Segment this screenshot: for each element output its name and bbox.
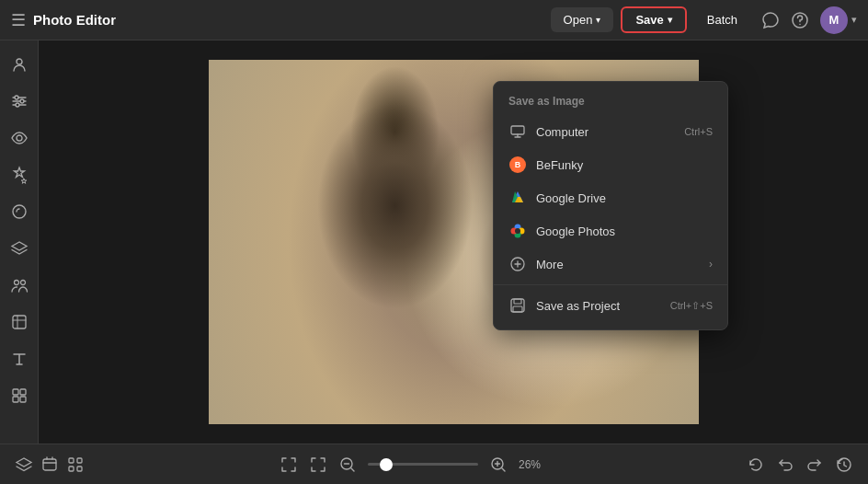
svg-point-7: [20, 99, 24, 103]
undo-button[interactable]: [776, 455, 794, 474]
bottom-center-tools: 26%: [92, 455, 739, 474]
svg-point-8: [16, 103, 19, 107]
layers-tool-button[interactable]: [15, 455, 33, 474]
svg-rect-33: [77, 458, 82, 463]
rotate-ccw-button[interactable]: [747, 455, 765, 474]
history-button[interactable]: [835, 455, 853, 474]
batch-button[interactable]: Batch: [694, 7, 750, 32]
zoom-in-button[interactable]: [489, 455, 508, 474]
bottom-left-tools: [15, 455, 85, 474]
svg-rect-35: [77, 467, 82, 471]
header-left: ☰ Photo Editor: [11, 10, 540, 30]
header-center: Open ▾ Save ▾ Batch: [551, 6, 750, 33]
google-photos-icon: [508, 222, 527, 240]
sidebar-item-portrait[interactable]: [3, 48, 36, 81]
main-content: Save as Image Computer Ctrl+S B BeFunky: [0, 40, 868, 444]
sidebar-item-view[interactable]: [3, 121, 36, 155]
svg-point-6: [15, 96, 18, 99]
sidebar-item-touchup[interactable]: [3, 195, 36, 228]
save-gphotos-item[interactable]: Google Photos: [494, 214, 727, 248]
dropdown-section-title: Save as Image: [494, 89, 727, 115]
save-gdrive-item[interactable]: Google Drive: [494, 181, 727, 214]
history-tool-button[interactable]: [40, 455, 59, 474]
save-computer-item[interactable]: Computer Ctrl+S: [494, 115, 727, 148]
more-label: More: [536, 258, 564, 271]
befunky-icon: B: [508, 156, 527, 174]
svg-rect-32: [69, 458, 74, 463]
app-header: ☰ Photo Editor Open ▾ Save ▾ Batch: [0, 0, 868, 40]
open-button[interactable]: Open ▾: [551, 7, 614, 32]
svg-rect-16: [13, 397, 18, 402]
sidebar: [0, 40, 39, 444]
open-chevron-icon: ▾: [596, 15, 600, 25]
svg-point-11: [14, 281, 18, 285]
computer-label: Computer: [536, 125, 588, 139]
google-drive-icon: [508, 189, 527, 207]
avatar-chevron-icon: ▾: [851, 14, 857, 26]
svg-rect-15: [20, 389, 26, 395]
sidebar-item-adjust[interactable]: [3, 85, 36, 118]
avatar: M: [820, 6, 848, 34]
redo-button[interactable]: [805, 455, 824, 474]
project-shortcut: Ctrl+⇧+S: [670, 300, 713, 312]
svg-rect-14: [13, 389, 18, 395]
save-chevron-icon: ▾: [668, 15, 672, 25]
plus-icon: [508, 255, 527, 273]
svg-point-26: [515, 228, 520, 234]
canvas-area: Save as Image Computer Ctrl+S B BeFunky: [39, 40, 868, 444]
svg-point-10: [13, 205, 26, 218]
svg-rect-31: [43, 459, 56, 470]
zoom-slider[interactable]: [368, 463, 478, 466]
fit-screen-button[interactable]: [280, 455, 298, 474]
header-right: M ▾: [761, 6, 857, 34]
project-label: Save as Project: [536, 299, 620, 313]
sidebar-item-effects[interactable]: [3, 158, 36, 191]
gphotos-label: Google Photos: [536, 225, 615, 238]
svg-rect-13: [13, 316, 26, 328]
computer-shortcut: Ctrl+S: [684, 126, 713, 137]
actual-size-button[interactable]: [309, 455, 327, 474]
sidebar-item-people[interactable]: [3, 269, 36, 302]
dropdown-divider: [494, 284, 727, 285]
svg-point-2: [17, 59, 22, 64]
zoom-percent: 26%: [519, 458, 552, 471]
bottom-right-tools: [747, 455, 853, 474]
floppy-icon: [508, 296, 527, 315]
svg-rect-30: [513, 306, 522, 312]
avatar-button[interactable]: M ▾: [820, 6, 857, 34]
save-button[interactable]: Save ▾: [621, 6, 686, 33]
app-title: Photo Editor: [33, 12, 116, 28]
save-befunky-item[interactable]: B BeFunky: [494, 148, 727, 181]
svg-point-12: [20, 281, 25, 285]
svg-rect-18: [511, 126, 524, 134]
befunky-label: BeFunky: [536, 158, 583, 172]
computer-icon: [508, 122, 527, 141]
help-button[interactable]: [791, 11, 809, 29]
svg-point-1: [799, 23, 801, 25]
gdrive-label: Google Drive: [536, 191, 606, 205]
svg-rect-34: [69, 467, 74, 471]
save-more-item[interactable]: More ›: [494, 248, 727, 281]
svg-point-9: [17, 135, 22, 141]
hamburger-button[interactable]: ☰: [11, 10, 26, 30]
save-dropdown-menu: Save as Image Computer Ctrl+S B BeFunky: [493, 81, 728, 330]
save-label: Save: [635, 13, 663, 27]
batch-label: Batch: [707, 13, 737, 27]
sidebar-item-templates[interactable]: [3, 379, 36, 412]
sidebar-item-graphics[interactable]: [3, 305, 36, 339]
svg-rect-29: [514, 299, 521, 304]
bottom-bar: 26%: [0, 444, 868, 484]
save-project-item[interactable]: Save as Project Ctrl+⇧+S: [494, 289, 727, 322]
sidebar-item-layers[interactable]: [3, 232, 36, 265]
sidebar-item-text[interactable]: [3, 342, 36, 375]
more-chevron-icon: ›: [709, 258, 713, 271]
zoom-out-button[interactable]: [338, 455, 357, 474]
svg-rect-17: [20, 397, 26, 402]
chat-button[interactable]: [761, 11, 780, 29]
grid-tool-button[interactable]: [66, 455, 85, 474]
open-label: Open: [564, 13, 593, 27]
